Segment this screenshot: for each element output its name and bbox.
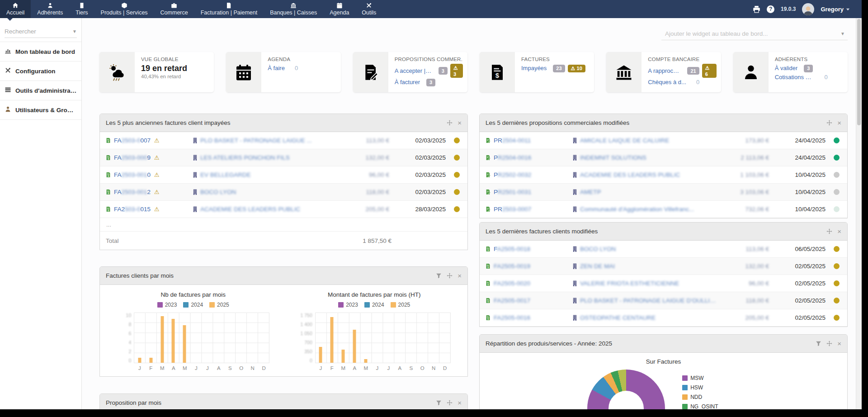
document-ref-link[interactable]: PR2501-0031 bbox=[494, 189, 531, 195]
close-icon[interactable]: × bbox=[458, 273, 462, 279]
filter-icon[interactable] bbox=[816, 341, 821, 346]
kpi-link[interactable]: A rapprocher bbox=[648, 66, 681, 76]
help-icon[interactable]: ? bbox=[767, 5, 774, 13]
document-ref-link[interactable]: FA2503-0010 bbox=[114, 171, 151, 178]
company-link[interactable]: Communauté d'Agglomération Villefranc... bbox=[580, 206, 694, 213]
nav-item-label: Outils bbox=[362, 9, 376, 16]
kpi-link[interactable]: Impayées bbox=[521, 64, 547, 73]
kpi-card-agenda[interactable]: AGENDAÀ faire0 bbox=[226, 52, 340, 92]
document-ref-link[interactable]: FA2505-0019 bbox=[494, 263, 530, 270]
kpi-card-propositions-commer[interactable]: PROPOSITIONS COMMER...A accepter | A...3… bbox=[353, 52, 467, 92]
document-ref-link[interactable]: PR2502-0032 bbox=[494, 171, 531, 178]
move-icon[interactable] bbox=[826, 120, 832, 126]
document-ref-link[interactable]: PR2504-0016 bbox=[494, 154, 531, 161]
nav-item-facturation-paiement[interactable]: Facturation | Paiement bbox=[194, 0, 264, 18]
more-link[interactable]: ... bbox=[100, 218, 467, 232]
kpi-card-vue-globale[interactable]: VUE GLOBALE19 en retard40,43% en retard bbox=[99, 52, 214, 92]
company-link[interactable]: PLO BASKET - PATRONAGE LAIGUE ... bbox=[200, 137, 312, 144]
x-tick: M bbox=[360, 365, 372, 371]
kpi-card-compte-bancaire[interactable]: COMPTE BANCAIREA rapprocher21⚠ 6Chèques … bbox=[606, 52, 721, 92]
document-ref-link[interactable]: FA2503-0012 bbox=[114, 189, 151, 195]
kpi-link[interactable]: Chèques à d... bbox=[648, 78, 686, 87]
sidebar-item-outils-d-administrati[interactable]: Outils d'administrati... bbox=[0, 81, 81, 100]
chart-title: Montant de factures par mois (HT) bbox=[328, 291, 421, 298]
nav-item-agenda[interactable]: Agenda bbox=[323, 0, 355, 18]
y-tick: 10 bbox=[126, 313, 132, 318]
amount-cell: 118,00 € bbox=[717, 297, 769, 304]
close-icon[interactable]: × bbox=[458, 120, 462, 126]
move-icon[interactable] bbox=[826, 341, 832, 346]
svg-text:$: $ bbox=[487, 301, 489, 303]
company-link[interactable]: OSTEOPATHE CENTAURE bbox=[580, 314, 656, 321]
ref-cell: PR2504-0011 bbox=[480, 137, 572, 144]
close-icon[interactable]: × bbox=[837, 228, 841, 234]
search-caret-icon[interactable]: ▼ bbox=[72, 29, 77, 34]
document-ref-link[interactable]: PR2504-0011 bbox=[494, 137, 531, 144]
move-icon[interactable] bbox=[447, 120, 453, 126]
status-dot bbox=[454, 137, 460, 143]
table-row: $FA2505-0018BOCO LYON113,06 €06/05/2025 bbox=[480, 241, 847, 258]
company-link[interactable]: BOCO LYON bbox=[580, 246, 616, 252]
nav-item-tiers[interactable]: Tiers bbox=[69, 0, 94, 18]
nav-item-adh-rents[interactable]: Adhérents bbox=[31, 0, 69, 18]
document-ref-link[interactable]: FA2503-0015 bbox=[114, 206, 151, 213]
move-icon[interactable] bbox=[447, 400, 453, 406]
company-link[interactable]: LES ATELIERS PONCHON FILS bbox=[200, 154, 290, 161]
document-ref-link[interactable]: FA2503-0009 bbox=[114, 154, 151, 161]
nav-item-produits-services[interactable]: Produits | Services bbox=[94, 0, 154, 18]
company-link[interactable]: ZEN DE MAI bbox=[580, 263, 615, 270]
company-link[interactable]: VALERIE FRIOTA ESTHETICIENNE bbox=[580, 280, 679, 287]
add-widget-select[interactable]: Ajouter le widget au tableau de bord... … bbox=[661, 29, 848, 40]
company-link[interactable]: EV BELLEGARDE bbox=[200, 171, 251, 178]
document-ref-link[interactable]: PR2503-0007 bbox=[494, 206, 531, 213]
filter-icon[interactable] bbox=[436, 273, 442, 279]
nav-item-banques-caisses[interactable]: Banques | Caisses bbox=[264, 0, 323, 18]
sidebar-item-label: Utilisateurs & Group... bbox=[15, 107, 77, 114]
close-icon[interactable]: × bbox=[837, 120, 841, 126]
home-icon bbox=[12, 2, 19, 9]
chart-bar bbox=[138, 358, 141, 363]
document-ref-link[interactable]: FA2505-0018 bbox=[494, 246, 530, 252]
document-ref-link[interactable]: FA2505-0017 bbox=[494, 297, 530, 304]
company-link[interactable]: BOCO LYON bbox=[200, 189, 236, 195]
kpi-link[interactable]: À faire bbox=[268, 64, 285, 73]
sidebar-item-utilisateurs-group[interactable]: Utilisateurs & Group... bbox=[0, 100, 81, 120]
kpi-card-adh-rents[interactable]: ADHÉRENTSÀ valider3Cotisations à ...0 bbox=[733, 52, 848, 92]
kpi-link[interactable]: Cotisations à ... bbox=[775, 73, 815, 82]
chart-legend: 202320242025 bbox=[157, 302, 229, 308]
kpi-card-factures[interactable]: $FACTURESImpayées23⚠ 10 bbox=[480, 52, 594, 92]
chart-legend: 202320242025 bbox=[338, 302, 410, 308]
nav-item-accueil[interactable]: Accueil bbox=[0, 0, 31, 18]
sidebar-item-configuration[interactable]: Configuration bbox=[0, 62, 81, 81]
document-ref-link[interactable]: FA2505-0016 bbox=[494, 314, 530, 321]
company-cell: EV BELLEGARDE bbox=[193, 171, 337, 178]
x-tick: S bbox=[406, 365, 417, 371]
print-icon[interactable] bbox=[753, 5, 760, 13]
filter-icon[interactable] bbox=[436, 400, 442, 406]
nav-item-outils[interactable]: Outils bbox=[355, 0, 382, 18]
close-icon[interactable]: × bbox=[458, 400, 462, 406]
kpi-link[interactable]: A accepter | A... bbox=[395, 66, 432, 76]
company-link[interactable]: AMETP bbox=[580, 189, 601, 195]
user-menu[interactable]: Gregory bbox=[821, 6, 850, 13]
avatar[interactable] bbox=[802, 3, 814, 15]
company-link[interactable]: ACADEMIE DES LEADERS PUBLIC bbox=[200, 206, 300, 213]
company-link[interactable]: ACADEMIE DES LEADERS PUBLIC bbox=[580, 171, 680, 178]
move-icon[interactable] bbox=[826, 228, 832, 234]
move-icon[interactable] bbox=[447, 273, 453, 279]
company-link[interactable]: INDEMNIT SOLUTIONS bbox=[580, 154, 646, 161]
document-ref-link[interactable]: FA2505-0020 bbox=[494, 280, 530, 287]
tools-icon bbox=[366, 2, 372, 9]
company-link[interactable]: AMICALE LAIQUE DE CALUIRE bbox=[580, 137, 669, 144]
close-icon[interactable]: × bbox=[837, 341, 841, 346]
vertical-scrollbar[interactable] bbox=[856, 18, 862, 409]
sidebar-item-mon-tableau-de-bord[interactable]: Mon tableau de bord bbox=[0, 42, 81, 62]
document-ref-link[interactable]: FA2503-0007 bbox=[114, 137, 151, 144]
scrollbar-thumb[interactable] bbox=[857, 19, 861, 125]
y-tick: 4 bbox=[128, 340, 131, 345]
nav-item-commerce[interactable]: Commerce bbox=[154, 0, 194, 18]
sidebar-search-input[interactable] bbox=[5, 28, 63, 35]
kpi-link[interactable]: À valider bbox=[775, 64, 798, 73]
kpi-link[interactable]: À facturer bbox=[395, 78, 420, 87]
company-link[interactable]: PLO BASKET - PATRONAGE LAIGUE D'OULLINS bbox=[580, 297, 717, 304]
